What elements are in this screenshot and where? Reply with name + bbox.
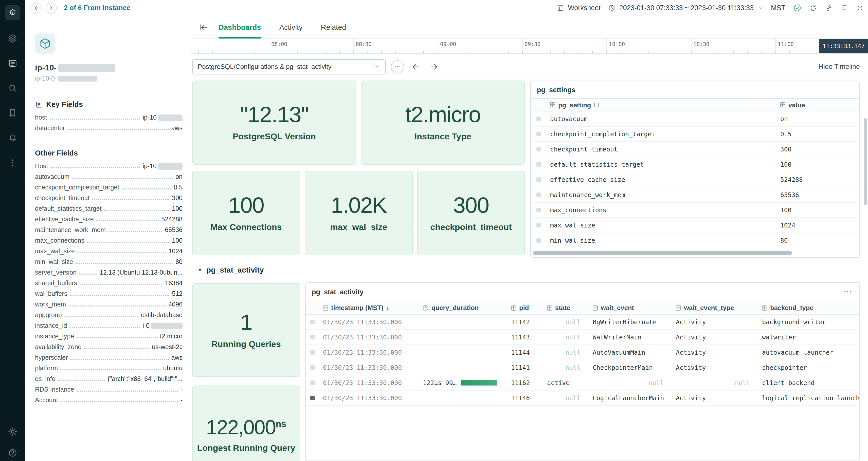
row-select-handle[interactable] [536,177,541,182]
page-settings-gear-icon[interactable] [856,4,864,12]
nav-previous-button[interactable] [30,2,41,13]
vertical-scrollbar[interactable] [864,118,867,205]
key-fields-list: hostip-10datacenteraws [35,112,183,134]
time-range-picker[interactable]: 2023-01-30 07:33:33 ~ 2023-01-30 11:33:3… [608,4,763,12]
field-name: maintenance_work_mem [35,226,106,234]
table-row[interactable]: max_wal_size1024 [531,218,859,233]
table-row[interactable]: 01/30/23 11:33:30.00011141nullCheckpoint… [306,360,859,375]
refresh-icon[interactable] [809,4,817,12]
column-header-wait-event-type[interactable]: wait_event_type [672,304,758,311]
search-nav-icon[interactable] [8,83,18,93]
column-header-backend-type[interactable]: backend_type [758,304,859,311]
table-row[interactable]: 01/30/23 11:33:30.00011146nullLogicalLau… [306,391,859,406]
redacted-title [58,64,115,72]
cell-pg-setting: effective_cache_size [546,176,776,183]
back-icon[interactable] [199,23,208,32]
pg-stat-menu-button[interactable] [842,286,853,297]
column-header-query-duration[interactable]: query_duration [419,304,507,311]
share-link-icon[interactable] [825,4,833,12]
field-value: 1024 [168,248,183,255]
table-row[interactable]: autovacuumon [531,111,859,127]
worksheets-nav-icon[interactable] [8,58,18,68]
bookmarks-nav-icon[interactable] [8,108,18,118]
row-select-handle[interactable] [536,208,541,212]
next-dashboard-arrow[interactable] [427,60,441,73]
cell-wait-event: CheckpointerMain [589,364,672,371]
row-select-handle[interactable] [536,223,541,227]
datasets-nav-icon[interactable] [8,33,18,43]
row-select-handle[interactable] [536,193,541,197]
table-row[interactable]: min_wal_size80 [531,233,859,248]
cell-timestamp: 01/30/23 11:33:30.000 [319,349,419,356]
table-row[interactable]: default_statistics_target100 [531,157,859,172]
stat-card-max-connections: 100 Max Connections [192,171,300,255]
table-row[interactable]: max_connections100 [531,203,859,218]
row-select-handle[interactable] [536,238,541,243]
column-header-wait-event[interactable]: wait_event [589,304,672,311]
row-select-handle[interactable] [310,350,315,355]
table-row[interactable]: effective_cache_size524288 [531,172,859,188]
section-pg-stat-activity[interactable]: ▼ pg_stat_activity [198,265,264,274]
stat-card-checkpoint-timeout: 300 checkpoint_timeout [417,171,525,255]
more-nav-icon[interactable] [8,158,18,168]
row-select-handle[interactable] [310,335,315,339]
cell-wait-event: BgWriterHibernate [589,319,672,326]
row-select-handle[interactable] [536,117,541,121]
prev-dashboard-arrow[interactable] [409,60,422,73]
table-row[interactable]: checkpoint_timeout300 [531,142,859,157]
cell-backend-type: walwriter [758,334,859,341]
field-name: max_wal_size [35,248,75,255]
column-label: query_duration [431,304,478,311]
nav-next-button[interactable] [45,2,57,13]
grid-icon [762,305,767,310]
column-header-value[interactable]: value [776,101,859,109]
timeline-tick-label: 08:30 [356,41,372,47]
app-logo[interactable] [5,5,20,20]
cell-pid: 11142 [507,319,543,326]
tab-dashboards[interactable]: Dashboards [219,16,261,38]
row-select-handle[interactable] [310,320,315,324]
other-fields-title: Other Fields [35,149,78,157]
row-select-handle[interactable] [536,132,541,136]
hide-timeline-link[interactable]: Hide Timeline [818,63,860,70]
column-header-pg-setting[interactable]: pg_setting [546,101,776,109]
column-header-pid[interactable]: pid [507,304,543,311]
tab-related[interactable]: Related [321,16,346,38]
help-icon[interactable] [8,448,18,458]
row-select-handle[interactable] [310,396,315,400]
dashboard-menu-button[interactable] [391,60,404,73]
cell-wait-event-type: Activity [672,334,758,341]
table-row[interactable]: 01/30/23 11:33:30.00011144nullAutoVacuum… [306,345,859,360]
tab-activity[interactable]: Activity [279,16,303,38]
table-row[interactable]: 01/30/23 11:33:30.00011143nullWalWriterM… [306,330,859,345]
bookmark-icon[interactable] [841,4,848,12]
table-row[interactable]: checkpoint_completion_target0.5 [531,127,859,142]
worksheet-selector[interactable]: Worksheet [557,4,600,12]
key-fields-icon [35,101,42,108]
table-row[interactable]: maintenance_work_mem65536 [531,188,859,203]
table-row[interactable]: 01/30/23 11:33:30.000122µs 99…11162activ… [306,375,859,391]
pg-settings-hscrollbar[interactable] [533,251,792,255]
field-name: default_statistics_target [35,205,102,212]
row-select-handle[interactable] [536,147,541,152]
column-header-timestamp-mst[interactable]: timestamp (MST)↓ [319,304,419,311]
column-header-state[interactable]: state [543,304,589,311]
field-name: hyperscaler [35,354,68,361]
cell-timestamp: 01/30/23 11:33:30.000 [319,334,419,341]
field-row: max_connections100 [35,236,183,246]
dashboard-selector[interactable]: PostgreSQL/Configurations & pg_stat_acti… [192,59,386,74]
dotted-leader [68,305,166,306]
timezone-label[interactable]: MST [771,4,785,12]
settings-gear-icon[interactable] [8,427,18,437]
pg-settings-header: pg_setting value [531,98,859,111]
dotted-leader [70,327,140,328]
breadcrumb[interactable]: 2 of 6 From Instance [64,4,130,12]
row-select-handle[interactable] [310,381,315,385]
row-select-handle[interactable] [310,365,315,370]
field-row: maintenance_work_mem65536 [35,225,183,236]
notifications-nav-icon[interactable] [8,133,18,143]
row-select-handle[interactable] [536,162,541,167]
field-row: autovacuumon [35,172,183,183]
timeline-ruler[interactable]: 11:33:33.147 08:0008:3009:0009:3010:0010… [191,39,868,54]
table-row[interactable]: 01/30/23 11:33:30.00011142nullBgWriterHi… [306,315,859,330]
